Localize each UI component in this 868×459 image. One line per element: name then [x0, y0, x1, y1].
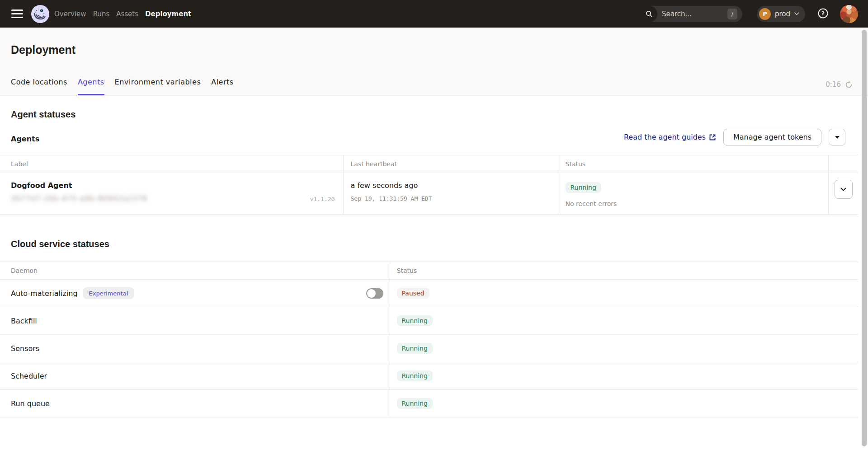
- scrollbar[interactable]: [858, 28, 868, 459]
- nav-item-deployment[interactable]: Deployment: [145, 10, 191, 18]
- daemon-status-badge: Running: [397, 370, 433, 381]
- agents-col-actions: [828, 155, 858, 173]
- external-link-icon: [709, 134, 716, 141]
- daemon-name: Run queue: [11, 399, 50, 408]
- agent-tokens-menu-button[interactable]: [829, 129, 845, 145]
- agent-status-note: No recent errors: [566, 200, 828, 207]
- agents-col-status: Status: [558, 155, 828, 173]
- toggle-knob: [367, 289, 376, 298]
- daemon-name: Auto-materializing: [11, 289, 78, 298]
- heartbeat-relative: a few seconds ago: [351, 181, 558, 190]
- agent-status-badge: Running: [566, 182, 601, 193]
- caret-down-icon: [835, 136, 840, 139]
- tab-code-locations[interactable]: Code locations: [11, 78, 67, 95]
- menu-icon[interactable]: [11, 9, 23, 18]
- help-icon[interactable]: ?: [817, 8, 829, 20]
- refresh-icon[interactable]: [845, 81, 853, 89]
- daemon-row-backfill: Backfill Running: [0, 307, 858, 335]
- tab-bar: Code locations Agents Environment variab…: [0, 78, 868, 95]
- page-header: Deployment Code locations Agents Environ…: [0, 28, 868, 96]
- agent-guides-link[interactable]: Read the agent guides: [624, 133, 716, 141]
- agents-col-heartbeat: Last heartbeat: [343, 155, 558, 173]
- page-title: Deployment: [11, 43, 868, 56]
- daemon-name: Sensors: [11, 344, 39, 353]
- main-content: Agent statuses Agents Read the agent gui…: [0, 109, 858, 417]
- agents-table: Label Last heartbeat Status Dogfood Agen…: [0, 155, 858, 215]
- agent-id-redacted: 3077d7-20b-475-a9b-80902a2376: [11, 195, 148, 203]
- tab-alerts[interactable]: Alerts: [211, 78, 233, 95]
- agents-subtitle: Agents: [11, 135, 39, 143]
- cloud-service-statuses-title: Cloud service statuses: [11, 239, 858, 249]
- agent-row-expand-button[interactable]: [835, 180, 853, 199]
- daemons-col-status: Status: [390, 262, 858, 280]
- daemon-status-badge: Running: [397, 315, 433, 326]
- agent-name: Dogfood Agent: [11, 181, 343, 190]
- search-icon: [641, 6, 657, 22]
- nav-item-runs[interactable]: Runs: [93, 10, 110, 18]
- search-shortcut-key: /: [727, 9, 737, 19]
- tab-agents[interactable]: Agents: [78, 78, 104, 95]
- experimental-badge: Experimental: [83, 287, 134, 299]
- svg-text:?: ?: [821, 10, 825, 17]
- daemon-name: Backfill: [11, 317, 37, 325]
- scrollbar-thumb[interactable]: [862, 30, 867, 446]
- refresh-countdown: 0:16: [826, 80, 841, 89]
- user-avatar[interactable]: [840, 5, 858, 23]
- daemon-row-auto-materializing: Auto-materializing Experimental Paused: [0, 280, 858, 307]
- top-navbar: Overview Runs Assets Deployment Search..…: [0, 0, 868, 28]
- daemon-row-scheduler: Scheduler Running: [0, 362, 858, 390]
- daemon-status-badge: Running: [397, 343, 433, 354]
- daemon-row-run-queue: Run queue Running: [0, 390, 858, 417]
- org-switcher[interactable]: P prod: [757, 6, 805, 22]
- primary-nav: Overview Runs Assets Deployment: [54, 10, 191, 18]
- agent-version: v1.1.20: [310, 196, 335, 202]
- nav-item-assets[interactable]: Assets: [116, 10, 138, 18]
- daemon-row-sensors: Sensors Running: [0, 335, 858, 362]
- agent-row: Dogfood Agent 3077d7-20b-475-a9b-80902a2…: [0, 173, 858, 215]
- search-input[interactable]: Search... /: [641, 6, 742, 22]
- org-name: prod: [775, 10, 790, 18]
- dagster-logo-icon[interactable]: [31, 5, 49, 23]
- manage-agent-tokens-button[interactable]: Manage agent tokens: [723, 129, 821, 145]
- auto-materializing-toggle[interactable]: [366, 288, 383, 299]
- daemon-status-badge: Paused: [397, 288, 429, 299]
- tab-environment-variables[interactable]: Environment variables: [115, 78, 201, 95]
- agent-statuses-title: Agent statuses: [11, 109, 858, 120]
- daemons-col-daemon: Daemon: [0, 262, 390, 280]
- nav-item-overview[interactable]: Overview: [54, 10, 86, 18]
- heartbeat-timestamp: Sep 19, 11:31:59 AM EDT: [351, 195, 558, 202]
- agents-col-label: Label: [0, 155, 343, 173]
- cloud-services-table: Daemon Status Auto-materializing Experim…: [0, 262, 858, 417]
- daemon-status-badge: Running: [397, 398, 433, 409]
- daemon-name: Scheduler: [11, 372, 47, 380]
- org-avatar: P: [759, 8, 771, 20]
- chevron-down-icon: [840, 187, 846, 191]
- chevron-down-icon: [794, 12, 799, 15]
- search-placeholder: Search...: [662, 10, 692, 18]
